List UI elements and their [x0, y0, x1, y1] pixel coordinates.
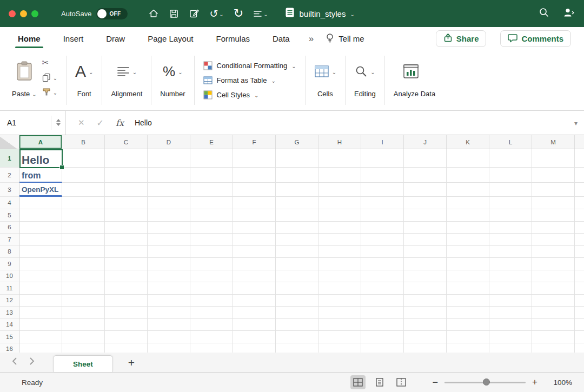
cell-M9[interactable] [532, 258, 575, 270]
add-sheet-button[interactable] [128, 357, 135, 368]
cell-B16[interactable] [62, 343, 105, 353]
cell-H9[interactable] [318, 258, 361, 270]
cell-J10[interactable] [404, 270, 447, 283]
column-header-F[interactable]: F [233, 135, 276, 149]
zoom-level[interactable]: 100% [548, 378, 572, 387]
row-header-10[interactable]: 10 [0, 270, 19, 283]
cell-K3[interactable] [447, 183, 489, 197]
row-header-13[interactable]: 13 [0, 307, 19, 319]
copy-button[interactable] [42, 72, 57, 82]
cell-F1[interactable] [233, 149, 276, 168]
cell-G15[interactable] [276, 331, 318, 343]
cell-L3[interactable] [489, 183, 532, 197]
column-header-B[interactable]: B [62, 135, 105, 149]
cell-M10[interactable] [532, 270, 575, 283]
cell-L15[interactable] [489, 331, 532, 343]
cell-C9[interactable] [105, 258, 148, 270]
redo-icon[interactable]: ↻ [234, 8, 243, 19]
cell-J5[interactable] [404, 209, 447, 222]
cell-G6[interactable] [276, 222, 318, 234]
name-box-stepper[interactable] [51, 116, 65, 130]
cell-H14[interactable] [318, 319, 361, 331]
cell-H10[interactable] [318, 270, 361, 283]
row-header-12[interactable]: 12 [0, 295, 19, 307]
cell-J2[interactable] [404, 168, 447, 183]
cell-I12[interactable] [361, 295, 404, 307]
cell-L13[interactable] [489, 307, 532, 319]
cell-A13[interactable] [19, 307, 62, 319]
cell-J7[interactable] [404, 234, 447, 246]
cell-D3[interactable] [148, 183, 190, 197]
cancel-entry-icon[interactable] [78, 118, 85, 128]
undo-icon[interactable]: ↺ [209, 9, 223, 19]
cell-K16[interactable] [447, 343, 489, 353]
cell-H16[interactable] [318, 343, 361, 353]
cell-J12[interactable] [404, 295, 447, 307]
document-title[interactable]: builtin_styles [300, 9, 346, 18]
cell-F12[interactable] [233, 295, 276, 307]
zoom-slider[interactable] [444, 378, 526, 386]
cell-M3[interactable] [532, 183, 575, 197]
column-header-G[interactable]: G [276, 135, 318, 149]
format-painter-button[interactable] [42, 87, 57, 97]
row-header-7[interactable]: 7 [0, 234, 19, 246]
cell-A16[interactable] [19, 343, 62, 353]
cell-D2[interactable] [148, 168, 190, 183]
cell-G1[interactable] [276, 149, 318, 168]
cell-I14[interactable] [361, 319, 404, 331]
cell-H12[interactable] [318, 295, 361, 307]
cell-C8[interactable] [105, 246, 148, 258]
tab-insert[interactable]: Insert [52, 27, 95, 50]
name-box[interactable]: A1 [0, 111, 66, 135]
column-header-I[interactable]: I [361, 135, 404, 149]
cell-K5[interactable] [447, 209, 489, 222]
cell-M1[interactable] [532, 149, 575, 168]
cell-H7[interactable] [318, 234, 361, 246]
page-break-preview-button[interactable] [394, 375, 409, 389]
paste-button[interactable]: Paste [12, 57, 37, 98]
cell-B9[interactable] [62, 258, 105, 270]
cell-C13[interactable] [105, 307, 148, 319]
cell-D16[interactable] [148, 343, 190, 353]
previous-sheet-icon[interactable] [12, 357, 17, 367]
ribbon-group-alignment[interactable]: Alignment [102, 50, 151, 110]
row-header-3[interactable]: 3 [0, 183, 19, 197]
cell-I16[interactable] [361, 343, 404, 353]
cell-C16[interactable] [105, 343, 148, 353]
autosave-toggle[interactable]: OFF [96, 8, 128, 19]
cell-B8[interactable] [62, 246, 105, 258]
cell-G10[interactable] [276, 270, 318, 283]
cell-E5[interactable] [190, 209, 233, 222]
cell-L7[interactable] [489, 234, 532, 246]
cell-K8[interactable] [447, 246, 489, 258]
row-header-4[interactable]: 4 [0, 197, 19, 209]
cell-C3[interactable] [105, 183, 148, 197]
cell-K12[interactable] [447, 295, 489, 307]
row-header-1[interactable]: 1 [0, 149, 19, 168]
cell-H5[interactable] [318, 209, 361, 222]
cell-L16[interactable] [489, 343, 532, 353]
column-header-C[interactable]: C [105, 135, 148, 149]
cell-B5[interactable] [62, 209, 105, 222]
next-sheet-icon[interactable] [30, 357, 35, 367]
row-header-16[interactable]: 16 [0, 343, 19, 353]
cell-M5[interactable] [532, 209, 575, 222]
cell-A2[interactable]: from [19, 168, 62, 183]
cell-E4[interactable] [190, 197, 233, 209]
cell-A4[interactable] [19, 197, 62, 209]
cell-M2[interactable] [532, 168, 575, 183]
cell-L10[interactable] [489, 270, 532, 283]
toolbar-options-icon[interactable] [253, 9, 268, 18]
zoom-window-button[interactable] [31, 10, 38, 17]
cell-L1[interactable] [489, 149, 532, 168]
formula-bar-expand-icon[interactable] [574, 118, 578, 128]
row-header-15[interactable]: 15 [0, 331, 19, 343]
cell-A10[interactable] [19, 270, 62, 283]
cell-L5[interactable] [489, 209, 532, 222]
cell-J1[interactable] [404, 149, 447, 168]
cell-C15[interactable] [105, 331, 148, 343]
cell-K13[interactable] [447, 307, 489, 319]
cell-K4[interactable] [447, 197, 489, 209]
cell-K2[interactable] [447, 168, 489, 183]
cell-D5[interactable] [148, 209, 190, 222]
